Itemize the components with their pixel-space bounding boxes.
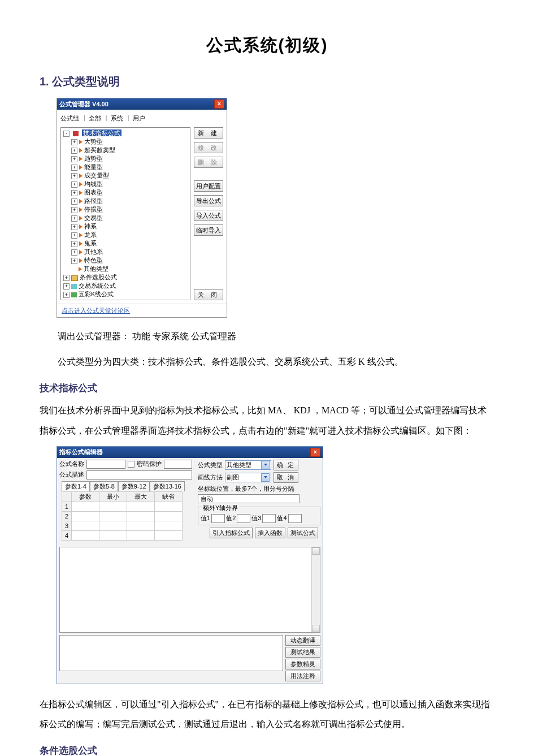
tab-params-13-16[interactable]: 参数13-16 — [150, 481, 185, 491]
ok-button[interactable]: 确 定 — [273, 460, 298, 470]
expand-icon[interactable]: + — [71, 156, 77, 162]
expand-icon[interactable]: + — [63, 275, 70, 281]
pwd-input[interactable] — [164, 460, 192, 469]
import-formula-button[interactable]: 引入指标公式 — [210, 528, 253, 538]
expand-icon[interactable]: + — [71, 249, 77, 256]
v4-input[interactable] — [288, 514, 302, 523]
expand-icon[interactable]: + — [71, 232, 77, 239]
v1-input[interactable] — [211, 514, 225, 523]
arrow-icon — [79, 182, 83, 187]
win2-titlebar: 指标公式编辑器 × — [57, 447, 323, 458]
close-button[interactable]: 关 闭 — [194, 289, 223, 300]
tree-item[interactable]: 其他系 — [84, 248, 103, 255]
import-button[interactable]: 导入公式 — [194, 210, 223, 221]
user-config-button[interactable]: 用户配置 — [194, 180, 223, 192]
expand-icon[interactable]: + — [71, 215, 77, 222]
section1-heading: 1. 公式类型说明 — [40, 74, 494, 89]
arrow-icon — [79, 241, 83, 246]
tab-params-1-4[interactable]: 参数1-4 — [62, 481, 90, 491]
v3-input[interactable] — [262, 514, 276, 523]
tree-item[interactable]: 其他类型 — [84, 265, 108, 272]
close-icon[interactable]: × — [214, 100, 224, 109]
tree-item[interactable]: 大势型 — [84, 138, 103, 145]
cancel-button[interactable]: 取 消 — [273, 472, 298, 483]
arrow-icon — [79, 224, 83, 229]
arrow-icon — [79, 157, 83, 161]
expand-icon[interactable]: - — [63, 131, 70, 137]
draw-select[interactable]: 副图 — [225, 473, 271, 482]
paragraph: 调出公式管理器： 功能 专家系统 公式管理器 — [40, 326, 494, 346]
edit-button[interactable]: 修 改 — [194, 142, 223, 153]
tree-sibling[interactable]: 条件选股公式 — [80, 274, 117, 280]
expand-icon[interactable]: + — [63, 283, 70, 290]
usage-notes-button[interactable]: 用法注释 — [285, 671, 320, 681]
col-max: 最大 — [127, 491, 155, 502]
dynamic-translate-button[interactable]: 动态翻译 — [285, 635, 320, 646]
tree-item[interactable]: 神系 — [84, 223, 97, 230]
expand-icon[interactable]: + — [63, 292, 70, 298]
chevron-down-icon[interactable] — [261, 461, 270, 469]
axis-input[interactable]: 自动 — [198, 494, 299, 503]
expand-icon[interactable]: + — [71, 165, 77, 171]
tree-sibling[interactable]: 五彩K线公式 — [79, 291, 114, 297]
test-result-button[interactable]: 测试结果 — [285, 647, 320, 658]
chevron-down-icon[interactable] — [261, 473, 270, 482]
scroll-up-icon[interactable] — [312, 547, 320, 555]
tab-params-5-8[interactable]: 参数5-8 — [90, 481, 118, 491]
close-icon[interactable]: × — [310, 448, 320, 457]
expand-icon[interactable]: + — [71, 198, 77, 205]
folder-cyan-icon — [71, 284, 77, 289]
scrollbar[interactable] — [311, 547, 320, 632]
expand-icon[interactable]: + — [71, 207, 77, 213]
tree-item[interactable]: 停损型 — [84, 206, 103, 213]
tree-item[interactable]: 趋势型 — [84, 155, 103, 162]
expand-icon[interactable]: + — [71, 241, 77, 247]
export-button[interactable]: 导出公式 — [194, 195, 223, 206]
label-name: 公式名称 — [59, 460, 84, 468]
menu-user[interactable]: 用户 — [133, 114, 145, 123]
tab-params-9-12[interactable]: 参数9-12 — [118, 481, 150, 491]
tree-item[interactable]: 鬼系 — [84, 240, 97, 247]
temp-import-button[interactable]: 临时导入 — [194, 224, 223, 236]
new-button[interactable]: 新 建 — [194, 127, 223, 139]
type-select[interactable]: 其他类型 — [225, 460, 271, 470]
tree-root-tech[interactable]: 技术指标公式 — [82, 129, 121, 136]
param-table[interactable]: 参数 最小 最大 缺省 1 2 3 4 — [62, 491, 183, 541]
param-tabs: 参数1-4 参数5-8 参数9-12 参数13-16 — [59, 481, 192, 491]
expand-icon[interactable]: + — [71, 224, 77, 230]
sub-heading-cond: 条件选股公式 — [40, 744, 494, 756]
expand-icon[interactable]: + — [71, 258, 77, 264]
tree-item[interactable]: 路径型 — [84, 197, 103, 204]
formula-tree[interactable]: - 技术指标公式 +大势型 +超买超卖型 +趋势型 +能量型 +成交量型 +均线… — [60, 127, 190, 300]
expand-icon[interactable]: + — [71, 173, 77, 179]
tree-item[interactable]: 能量型 — [84, 163, 103, 170]
insert-function-button[interactable]: 插入函数 — [255, 528, 285, 538]
tree-item[interactable]: 交易型 — [84, 214, 103, 221]
param-wizard-button[interactable]: 参数精灵 — [285, 659, 320, 669]
menu-group[interactable]: 公式组 — [60, 114, 79, 123]
tree-item[interactable]: 特色型 — [84, 257, 103, 263]
forum-link[interactable]: 点击进入公式天堂讨论区 — [62, 306, 130, 315]
menu-all[interactable]: 全部 — [89, 114, 101, 123]
test-formula-button[interactable]: 测试公式 — [288, 528, 318, 538]
delete-button[interactable]: 删 除 — [194, 157, 223, 168]
name-input[interactable] — [86, 460, 125, 469]
expand-icon[interactable]: + — [71, 139, 77, 145]
expand-icon[interactable]: + — [71, 182, 77, 188]
menu-system[interactable]: 系统 — [111, 114, 123, 123]
folder-icon — [71, 275, 78, 281]
output-panel — [59, 635, 283, 671]
scroll-down-icon[interactable] — [312, 625, 320, 632]
pwd-checkbox[interactable] — [128, 461, 134, 468]
expand-icon[interactable]: + — [71, 148, 77, 154]
code-editor[interactable] — [59, 547, 320, 633]
tree-item[interactable]: 均线型 — [84, 180, 103, 187]
expand-icon[interactable]: + — [71, 190, 77, 196]
desc-input[interactable] — [86, 470, 192, 479]
tree-item[interactable]: 龙系 — [84, 231, 97, 238]
tree-item[interactable]: 图表型 — [84, 189, 103, 196]
tree-item[interactable]: 超买超卖型 — [84, 146, 115, 153]
v2-input[interactable] — [237, 514, 250, 523]
tree-item[interactable]: 成交量型 — [84, 172, 109, 179]
tree-sibling[interactable]: 交易系统公式 — [79, 282, 116, 289]
